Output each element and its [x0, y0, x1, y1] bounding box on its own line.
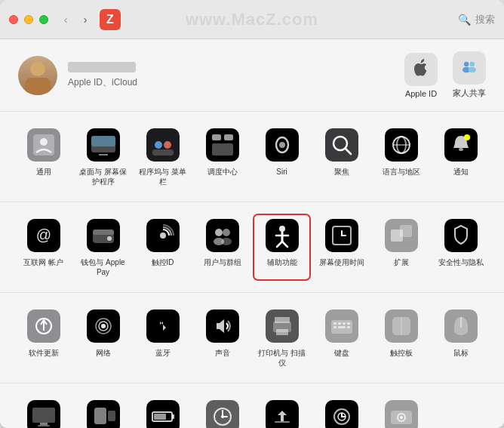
settings-item-touchid[interactable]: 触控ID — [134, 214, 191, 280]
language-icon — [383, 127, 419, 163]
settings-item-startup[interactable]: 启动磁盘 — [373, 396, 429, 428]
spotlight-icon — [324, 127, 360, 163]
settings-item-keyboard[interactable]: 键盘 — [313, 305, 370, 371]
sound-icon — [204, 308, 241, 344]
siri-label: Siri — [276, 167, 287, 177]
svg-point-4 — [470, 62, 475, 66]
apple-id-label: Apple ID — [405, 89, 437, 98]
printers-icon — [264, 308, 300, 344]
svg-point-5 — [469, 67, 476, 73]
swupdate-label: 软件更新 — [29, 348, 59, 358]
settings-item-screentime[interactable]: 屏幕使用时间 — [313, 214, 370, 280]
settings-item-printers[interactable]: 打印机与 扫描仪 — [254, 305, 310, 371]
settings-item-timemachine[interactable]: 时间机器 — [313, 396, 370, 428]
language-label: 语言与地区 — [383, 167, 420, 177]
settings-item-sharing[interactable]: 共享 — [254, 396, 310, 428]
svg-point-49 — [160, 232, 166, 239]
security-label: 安全性与隐私 — [438, 257, 484, 267]
settings-item-general[interactable]: 通用 — [15, 124, 72, 189]
svg-point-54 — [223, 229, 230, 236]
svg-rect-1 — [459, 57, 480, 79]
back-button[interactable]: ‹ — [57, 11, 74, 28]
settings-item-mouse[interactable]: 鼠标 — [432, 305, 489, 371]
settings-item-sidecar[interactable]: 随航 — [75, 396, 131, 428]
settings-item-bluetooth[interactable]: 蓝牙 — [134, 305, 191, 371]
svg-point-46 — [107, 236, 112, 241]
avatar-head — [30, 62, 45, 76]
settings-item-missioncontrol[interactable]: 调度中心 — [194, 124, 250, 189]
datetime-icon — [204, 399, 241, 428]
settings-item-security[interactable]: 安全性与隐私 — [432, 214, 489, 280]
desktop-icon — [85, 127, 121, 163]
trackpad-icon — [383, 308, 419, 344]
svg-point-52 — [215, 229, 223, 236]
svg-rect-15 — [152, 149, 174, 155]
family-sharing-action[interactable]: 家人共享 — [453, 51, 486, 99]
svg-point-26 — [279, 142, 285, 148]
settings-item-internetaccounts[interactable]: @ 互联网 帐户 — [15, 214, 72, 280]
svg-rect-115 — [172, 414, 174, 419]
svg-rect-94 — [347, 322, 350, 325]
svg-rect-111 — [108, 411, 115, 421]
touchid-icon — [145, 217, 181, 254]
minimize-button[interactable] — [24, 15, 33, 24]
screentime-icon — [324, 217, 360, 254]
sound-label: 声音 — [215, 348, 230, 358]
settings-section-4: 显示器 随航 电池 日期与时间 — [0, 383, 504, 428]
profile-section: Apple ID、iCloud Apple ID — [0, 39, 504, 112]
settings-item-spotlight[interactable]: 聚焦 — [313, 124, 370, 189]
svg-point-134 — [400, 416, 403, 419]
svg-rect-14 — [146, 128, 180, 162]
settings-item-users[interactable]: 用户与群组 — [194, 214, 250, 280]
family-sharing-label: 家人共享 — [453, 88, 486, 99]
settings-item-trackpad[interactable]: 触控板 — [373, 305, 429, 371]
general-label: 通用 — [36, 167, 51, 177]
accessibility-icon — [264, 217, 300, 254]
settings-item-accessibility[interactable]: 辅助功能 — [254, 214, 310, 280]
svg-rect-110 — [94, 408, 106, 424]
dock-icon — [145, 127, 181, 163]
svg-rect-105 — [32, 408, 55, 423]
search-label: 搜索 — [475, 13, 495, 26]
settings-item-datetime[interactable]: 日期与时间 — [194, 396, 250, 428]
settings-item-siri[interactable]: Siri — [254, 124, 310, 189]
settings-item-wallet[interactable]: 钱包与 Apple Pay — [75, 214, 131, 280]
grid-section-1: 通用 桌面与 屏幕保护程序 程序坞与 菜单栏 调度中心 — [15, 124, 489, 189]
family-sharing-icon — [453, 51, 486, 85]
apple-id-action[interactable]: Apple ID — [404, 53, 438, 98]
svg-rect-91 — [333, 322, 337, 325]
search-icon[interactable]: 🔍 — [458, 14, 471, 26]
profile-right: Apple ID 家人共享 — [404, 51, 486, 99]
spotlight-label: 聚焦 — [334, 167, 349, 177]
svg-rect-96 — [338, 326, 346, 328]
avatar-body — [25, 78, 51, 95]
settings-item-battery[interactable]: 电池 — [134, 396, 191, 428]
svg-rect-88 — [276, 329, 288, 335]
settings-item-swupdate[interactable]: 软件更新 — [15, 305, 72, 371]
maximize-button[interactable] — [39, 15, 48, 24]
settings-item-sound[interactable]: 声音 — [194, 305, 250, 371]
macz-logo: Z — [100, 9, 121, 30]
settings-item-language[interactable]: 语言与地区 — [373, 124, 429, 189]
avatar-person — [24, 62, 51, 95]
svg-point-8 — [40, 138, 48, 146]
security-icon — [443, 217, 479, 254]
trackpad-label: 触控板 — [390, 348, 413, 358]
settings-item-network[interactable]: 网络 — [75, 305, 131, 371]
settings-item-notifications[interactable]: 通知 — [432, 124, 489, 189]
settings-item-dock[interactable]: 程序坞与 菜单栏 — [134, 124, 191, 189]
close-button[interactable] — [9, 15, 18, 24]
network-label: 网络 — [96, 348, 111, 358]
nav-buttons: ‹ › — [57, 11, 94, 28]
system-preferences-window: ‹ › Z www.MacZ.com 🔍 搜索 — [0, 0, 504, 428]
sidecar-icon — [85, 399, 121, 428]
settings-item-displays[interactable]: 显示器 — [15, 396, 72, 428]
settings-item-desktop[interactable]: 桌面与 屏幕保护程序 — [75, 124, 131, 189]
svg-point-38 — [464, 134, 470, 140]
svg-rect-124 — [275, 421, 290, 423]
settings-item-extensions[interactable]: 扩展 — [373, 214, 429, 280]
avatar[interactable] — [18, 56, 57, 95]
forward-button[interactable]: › — [77, 11, 94, 28]
svg-text:@: @ — [35, 226, 51, 243]
svg-rect-20 — [212, 134, 221, 140]
